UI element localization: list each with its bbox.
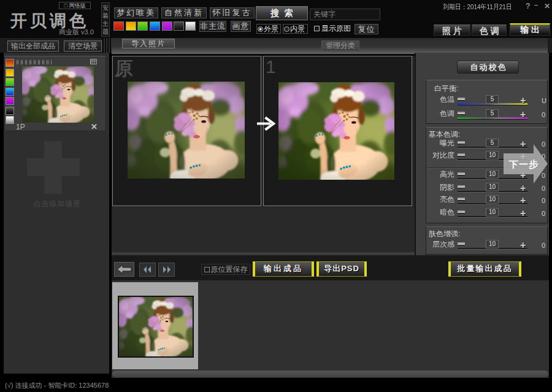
svg-text:下一步: 下一步 <box>508 159 539 169</box>
